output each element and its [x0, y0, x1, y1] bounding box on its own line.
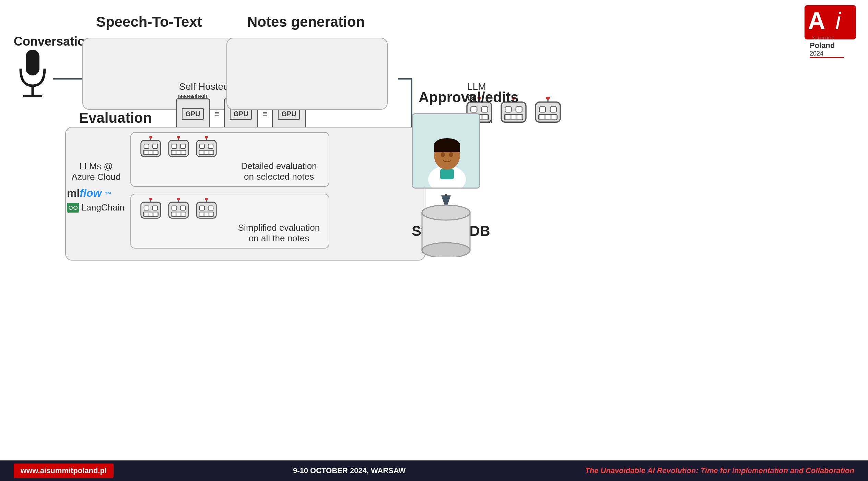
- svg-rect-105: [200, 206, 204, 210]
- svg-rect-92: [154, 213, 157, 216]
- eval-title: Evaluation: [79, 110, 152, 126]
- svg-rect-39: [505, 107, 511, 112]
- footer-url[interactable]: www.aisummitpoland.pl: [14, 464, 114, 478]
- person-box: [412, 113, 480, 189]
- bottom-bar: 1 0 1 0 0 1 0 1 1 0 0 1 0 1 0 1 1 0 1 0 …: [0, 460, 868, 481]
- eval-robot-s2: [166, 198, 191, 223]
- svg-text:Poland: Poland: [810, 41, 835, 50]
- svg-rect-87: [144, 206, 149, 210]
- svg-point-76: [205, 136, 208, 139]
- eval-simple-label: Simplified evaluation on all the notes: [236, 223, 322, 244]
- svg-rect-101: [182, 213, 185, 216]
- langchain-text: LangChain: [81, 202, 125, 213]
- eval-simple-box: Simplified evaluation on all the notes: [130, 194, 329, 249]
- svg-rect-73: [177, 151, 180, 154]
- svg-point-94: [177, 198, 180, 200]
- svg-rect-51: [540, 115, 544, 119]
- svg-point-54: [69, 206, 72, 209]
- gpu-label-1: GPU: [182, 108, 203, 120]
- svg-rect-60: [144, 144, 149, 148]
- svg-rect-99: [173, 213, 176, 216]
- svg-point-121: [422, 243, 470, 257]
- svg-rect-52: [546, 115, 550, 119]
- binary-decoration: 1 0 1 0 0 1 0 1 1 0 0 1 0 1 0 1 1 0 1 0 …: [638, 468, 799, 473]
- svg-rect-43: [512, 115, 515, 119]
- stt-title: Speech-To-Text: [96, 14, 202, 30]
- svg-rect-78: [200, 144, 204, 148]
- notes-title: Notes generation: [247, 14, 365, 30]
- svg-rect-90: [145, 213, 148, 216]
- person-illustration: [413, 114, 480, 189]
- svg-rect-63: [145, 151, 148, 154]
- svg-rect-48: [539, 107, 546, 112]
- svg-rect-106: [208, 206, 213, 210]
- svg-point-103: [205, 198, 208, 200]
- svg-rect-69: [172, 144, 177, 148]
- gpu-unit-1: GPU: [176, 98, 210, 129]
- svg-text:A: A: [808, 8, 825, 34]
- svg-rect-110: [210, 213, 213, 216]
- eval-robot-d3: [193, 136, 219, 161]
- robot-3: [532, 97, 563, 128]
- eval-detail-robots: [138, 136, 219, 161]
- eval-robot-s1: [138, 198, 164, 223]
- svg-rect-82: [205, 151, 208, 154]
- svg-rect-70: [180, 144, 185, 148]
- notes-box: LLM @ Azure Cloud: [226, 38, 388, 110]
- eval-detail-label: Detailed evaluation on selected notes: [236, 161, 322, 182]
- eval-robot-d2: [166, 136, 191, 161]
- svg-rect-74: [182, 151, 185, 154]
- eval-robot-d1: [138, 136, 164, 161]
- main-content: A i summit Poland 2024 Conversation S: [0, 0, 868, 460]
- svg-point-67: [177, 136, 180, 139]
- eval-detail-box: Detailed evaluation on selected notes: [130, 132, 329, 187]
- svg-rect-72: [173, 151, 176, 154]
- svg-rect-83: [210, 151, 213, 154]
- svg-rect-79: [208, 144, 213, 148]
- svg-rect-44: [517, 115, 521, 119]
- logo-area: A i summit Poland 2024: [799, 3, 861, 62]
- svg-rect-49: [550, 107, 556, 112]
- svg-rect-113: [440, 169, 454, 179]
- svg-rect-61: [153, 144, 157, 148]
- svg-rect-81: [200, 151, 203, 154]
- eval-robot-s3: [193, 198, 219, 223]
- svg-point-85: [149, 198, 152, 200]
- microphone-icon: [17, 48, 48, 103]
- svg-rect-24: [26, 50, 39, 75]
- svg-rect-42: [506, 115, 510, 119]
- svg-point-55: [74, 206, 77, 209]
- svg-point-118: [449, 152, 453, 157]
- svg-rect-91: [149, 213, 152, 216]
- svg-text:summit: summit: [813, 35, 835, 40]
- svg-rect-30: [471, 107, 477, 112]
- svg-rect-23: [810, 57, 844, 58]
- svg-rect-31: [482, 107, 488, 112]
- svg-rect-96: [172, 206, 177, 210]
- svg-rect-116: [434, 145, 460, 152]
- footer-date: 9-10 October 2024, Warsaw: [293, 466, 406, 475]
- svg-rect-109: [205, 213, 208, 216]
- svg-rect-97: [180, 206, 185, 210]
- svg-point-58: [149, 136, 152, 139]
- eval-simple-robots: [138, 198, 219, 223]
- database-icon: [412, 202, 480, 257]
- svg-rect-64: [149, 151, 152, 154]
- svg-rect-35: [483, 115, 487, 119]
- llms-label: LLMs @ Azure Cloud: [69, 161, 124, 182]
- svg-text:2024: 2024: [810, 50, 823, 57]
- svg-text:i: i: [835, 8, 842, 34]
- svg-rect-108: [200, 213, 203, 216]
- mlflow-logo: mlflow ™: [67, 187, 112, 200]
- svg-rect-88: [153, 206, 157, 210]
- svg-rect-53: [552, 115, 555, 119]
- svg-rect-40: [516, 107, 522, 112]
- svg-rect-100: [177, 213, 180, 216]
- svg-rect-65: [154, 151, 157, 154]
- approval-title: Approval/edits: [419, 89, 519, 106]
- langchain-logo: LangChain: [67, 202, 125, 213]
- svg-point-46: [546, 97, 550, 100]
- langchain-icon: [67, 203, 79, 213]
- svg-point-120: [422, 205, 470, 220]
- svg-point-117: [441, 152, 445, 157]
